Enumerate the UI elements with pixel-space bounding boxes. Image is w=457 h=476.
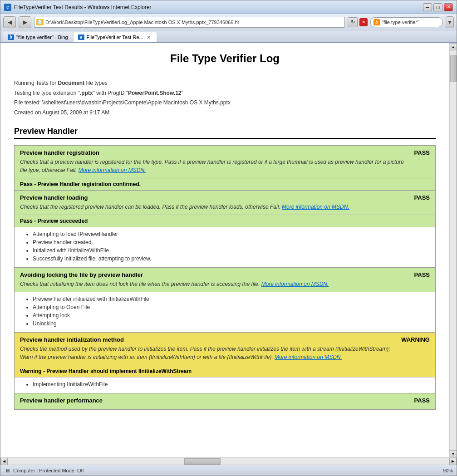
- test-card-performance: Preview handler performance PASS: [14, 393, 436, 410]
- page-icon: 📄: [36, 19, 44, 25]
- msdn-link-init-method[interactable]: More information on MSDN.: [275, 354, 342, 360]
- ie-tab-icon: e: [78, 34, 84, 40]
- list-item: Attempting to load IPreviewHandler: [33, 231, 430, 237]
- scrollbar-thumb[interactable]: [450, 55, 457, 82]
- search-bar[interactable]: b "file type verifier": [370, 17, 443, 27]
- meta-line1: Running Tests for Document file types: [14, 79, 436, 88]
- list-item: Preview handler initialized with IInitia…: [33, 296, 430, 302]
- test-header-performance: Preview handler performance PASS: [15, 393, 435, 409]
- maximize-button[interactable]: □: [433, 3, 442, 11]
- address-bar[interactable]: 📄 D:\Work\Desktop\FileTypeVerifierLog_Ap…: [34, 17, 345, 28]
- test-card-locking: Avoiding locking the file by preview han…: [14, 268, 436, 333]
- test-title-performance: Preview handler performance: [20, 397, 103, 404]
- section-heading: Preview Handler: [14, 127, 436, 139]
- status-text: Computer | Protected Mode: Off: [13, 468, 84, 473]
- test-card-init-method: Preview handler initialization method Ch…: [14, 333, 436, 393]
- test-details-init-method: Implementing IInitializeWithFile: [15, 377, 435, 393]
- test-header-init-method: Preview handler initialization method Ch…: [15, 333, 435, 365]
- test-result-registration: Pass - Preview Handler registration conf…: [15, 178, 435, 190]
- list-item: Successfully initialized file, attemptin…: [33, 255, 430, 262]
- test-details-loading: Attempting to load IPreviewHandler Previ…: [15, 227, 435, 267]
- list-item: Preview handler created.: [33, 239, 430, 245]
- test-header-registration: Preview handler registration Checks that…: [15, 146, 435, 178]
- list-item: Unlocking: [33, 320, 430, 327]
- zoom-level: 90%: [443, 468, 453, 473]
- test-header-locking: Avoiding locking the file by preview han…: [15, 268, 435, 292]
- msdn-link-registration[interactable]: More information on MSDN.: [79, 167, 146, 173]
- forward-button[interactable]: ▶: [19, 16, 31, 28]
- scroll-right-button[interactable]: ▶: [449, 458, 457, 465]
- h-scrollbar-track[interactable]: [8, 458, 449, 465]
- meta-info: Running Tests for Document file types Te…: [14, 79, 436, 118]
- browser-window: e FileTypeVerifier Test Results - Window…: [0, 0, 457, 476]
- refresh-button[interactable]: ↻: [348, 17, 358, 27]
- test-card-loading: Preview handler loading Checks that the …: [14, 191, 436, 268]
- scroll-left-button[interactable]: ◀: [0, 458, 8, 465]
- test-title-locking: Avoiding locking the file by preview han…: [20, 271, 329, 278]
- status-bar-left: 🖥 Computer | Protected Mode: Off: [4, 468, 84, 473]
- search-dropdown-button[interactable]: ▼: [446, 16, 454, 28]
- test-title-registration: Preview handler registration: [20, 149, 405, 156]
- content-area: File Type Verifier Log Running Tests for…: [0, 43, 457, 457]
- test-desc-locking: Checks that initializing the item does n…: [20, 280, 329, 288]
- tab-filetype-label: FileTypeVerifier Test Re...: [87, 34, 143, 40]
- address-text: D:\Work\Desktop\FileTypeVerifierLog_Appl…: [45, 20, 343, 25]
- horizontal-scrollbar[interactable]: ◀ ▶: [0, 457, 457, 465]
- close-button[interactable]: ✕: [444, 3, 453, 11]
- list-item: Attempting lock: [33, 312, 430, 319]
- list-item: Implementing IInitializeWithFile: [33, 381, 430, 388]
- scrollbar-track[interactable]: [450, 50, 457, 450]
- test-card-registration: Preview handler registration Checks that…: [14, 145, 436, 191]
- test-status-loading: PASS: [414, 194, 430, 201]
- test-header-left-loading: Preview handler loading Checks that the …: [20, 194, 349, 211]
- test-details-locking: Preview handler initialized with IInitia…: [15, 292, 435, 332]
- computer-icon: 🖥: [4, 468, 10, 473]
- test-result-init-method: Warning - Preview Handler should impleme…: [15, 365, 435, 377]
- tab-bing[interactable]: b "file type verifier" - Bing: [3, 32, 73, 42]
- test-header-left-performance: Preview handler performance: [20, 397, 103, 406]
- bing-icon: b: [373, 19, 380, 25]
- tabs-bar: b "file type verifier" - Bing e FileType…: [0, 30, 457, 43]
- back-button[interactable]: ◀: [3, 16, 16, 28]
- title-bar: e FileTypeVerifier Test Results - Window…: [0, 0, 457, 14]
- test-header-loading: Preview handler loading Checks that the …: [15, 191, 435, 215]
- test-title-loading: Preview handler loading: [20, 194, 349, 201]
- test-title-init-method: Preview handler initialization method: [20, 336, 392, 343]
- scroll-up-button[interactable]: ▲: [450, 43, 457, 50]
- test-header-left-registration: Preview handler registration Checks that…: [20, 149, 405, 174]
- ie-icon: e: [4, 4, 11, 11]
- page-title: File Type Verifier Log: [14, 52, 436, 69]
- window-controls: ─ □ ✕: [423, 3, 453, 11]
- minimize-button[interactable]: ─: [423, 3, 432, 11]
- test-desc-init-method: Checks the method used by the preview ha…: [20, 345, 392, 361]
- stop-button[interactable]: ✕: [359, 18, 368, 26]
- test-desc-registration: Checks that a preview handler is registe…: [20, 158, 405, 174]
- test-header-left-locking: Avoiding locking the file by preview han…: [20, 271, 329, 288]
- meta-line2: Testing file type extension ".pptx" with…: [14, 88, 436, 98]
- tab-close-button[interactable]: ✕: [146, 34, 152, 40]
- meta-line4: Created on August 05, 2009 at 9:17 AM: [14, 108, 436, 118]
- test-status-performance: PASS: [414, 397, 430, 404]
- status-bar: 🖥 Computer | Protected Mode: Off 90%: [0, 465, 457, 476]
- test-result-loading: Pass - Preview succeeded: [15, 215, 435, 227]
- meta-line3: File tested: \\shelltest\users\dwashin\P…: [14, 98, 436, 108]
- h-scrollbar-thumb[interactable]: [184, 458, 221, 465]
- test-status-registration: PASS: [414, 149, 430, 156]
- list-item: Attempting to Open File: [33, 304, 430, 310]
- nav-right-controls: ↻ ✕: [348, 17, 368, 27]
- search-input-text: "file type verifier": [382, 20, 440, 25]
- navigation-bar: ◀ ▶ 📄 D:\Work\Desktop\FileTypeVerifierLo…: [0, 14, 457, 30]
- vertical-scrollbar[interactable]: ▲ ▼: [449, 43, 457, 457]
- msdn-link-locking[interactable]: More information on MSDN.: [261, 281, 329, 287]
- msdn-link-loading[interactable]: More information on MSDN.: [282, 204, 349, 210]
- list-item: Initialized with IInitializeWithFile: [33, 247, 430, 254]
- title-bar-left: e FileTypeVerifier Test Results - Window…: [4, 4, 152, 11]
- test-status-init-method: WARNING: [401, 336, 430, 343]
- tab-filetype[interactable]: e FileTypeVerifier Test Re... ✕: [74, 32, 157, 42]
- scroll-down-button[interactable]: ▼: [450, 450, 457, 457]
- tab-bing-label: "file type verifier" - Bing: [16, 34, 68, 40]
- status-bar-right: 90%: [443, 468, 453, 473]
- test-header-left-init: Preview handler initialization method Ch…: [20, 336, 392, 361]
- bing-tab-icon: b: [8, 34, 14, 40]
- page-content: File Type Verifier Log Running Tests for…: [0, 43, 449, 457]
